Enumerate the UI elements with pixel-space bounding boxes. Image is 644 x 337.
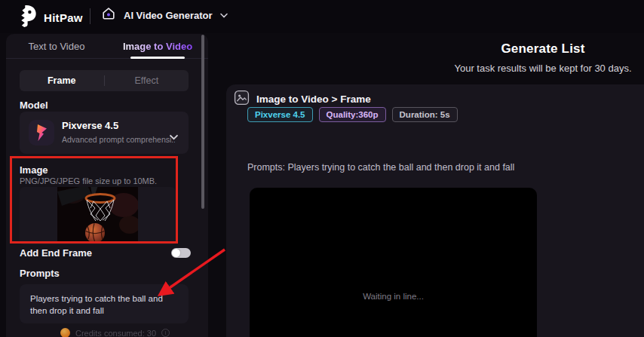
- sidebar: Text to Video Image to Video Frame Effec…: [6, 34, 208, 337]
- model-desc: Advanced prompt comprehensi...: [62, 135, 175, 144]
- pixverse-model-icon: [29, 120, 54, 146]
- brand-name: HitPaw: [44, 11, 83, 24]
- image-section-label: Image: [20, 164, 48, 176]
- task-prompt-line: Prompts: Players trying to catch the bal…: [247, 162, 514, 173]
- prompts-textarea[interactable]: Players trying to catch the ball and the…: [20, 284, 189, 323]
- segment-frame[interactable]: Frame: [20, 75, 104, 86]
- basketball-thumbnail: [57, 187, 138, 245]
- info-icon[interactable]: i: [161, 329, 170, 337]
- brand[interactable]: HitPaw: [17, 5, 83, 31]
- page-subtitle: Your task results will be kept for 30 da…: [415, 63, 644, 74]
- prompts-label: Prompts: [20, 268, 60, 279]
- app-window: HitPaw AI Video Generator: [0, 0, 644, 337]
- frame-effect-segmented-control: Frame Effect: [20, 70, 189, 91]
- prompts-value: Players trying to catch the ball and the…: [30, 293, 178, 317]
- segment-effect[interactable]: Effect: [105, 75, 189, 86]
- active-tab-underline: [130, 57, 185, 59]
- image-upload-hint: PNG/JPG/JPEG file size up to 10MB.: [20, 176, 157, 185]
- hitpaw-paw-logo-icon: [17, 5, 37, 31]
- chevron-down-icon: [220, 13, 228, 18]
- model-select-card[interactable]: Pixverse 4.5 Advanced prompt comprehensi…: [20, 112, 189, 154]
- home-icon: [101, 6, 116, 24]
- image-to-video-icon: [234, 90, 250, 109]
- page-title: Generate List: [452, 41, 633, 57]
- app-switcher-dropdown[interactable]: AI Video Generator: [101, 6, 228, 24]
- task-badges: Pixverse 4.5 Quality:360p Duration: 5s: [247, 107, 458, 122]
- badge-duration: Duration: 5s: [392, 107, 458, 122]
- video-placeholder[interactable]: Waiting in line...: [250, 188, 537, 337]
- sidebar-scrollbar[interactable]: [201, 35, 204, 209]
- chevron-down-icon: [170, 130, 178, 143]
- topbar: HitPaw AI Video Generator: [0, 0, 644, 33]
- badge-model: Pixverse 4.5: [247, 107, 313, 122]
- model-section-label: Model: [20, 100, 48, 111]
- credits-row: Credits consumed: 30 i: [60, 328, 170, 337]
- tab-text-to-video[interactable]: Text to Video: [6, 34, 107, 58]
- toggle-knob: [172, 249, 180, 257]
- credits-text: Credits consumed: 30: [75, 329, 156, 337]
- tab-image-to-video[interactable]: Image to Video: [107, 34, 208, 58]
- sidebar-tabs: Text to Video Image to Video: [6, 34, 208, 59]
- image-upload-preview[interactable]: [20, 187, 176, 245]
- add-end-frame-toggle[interactable]: [171, 248, 191, 258]
- app-switcher-label: AI Video Generator: [124, 10, 213, 21]
- badge-quality: Quality:360p: [319, 107, 386, 122]
- add-end-frame-label: Add End Frame: [20, 247, 92, 259]
- task-header: Image to Video > Frame: [234, 90, 371, 109]
- model-name: Pixverse 4.5: [62, 120, 118, 131]
- credit-coin-icon: [60, 328, 70, 337]
- status-text: Waiting in line...: [250, 292, 537, 301]
- topbar-divider: [90, 8, 90, 24]
- generate-list-panel: Image to Video > Frame Pixverse 4.5 Qual…: [226, 84, 644, 337]
- task-title: Image to Video > Frame: [256, 93, 371, 105]
